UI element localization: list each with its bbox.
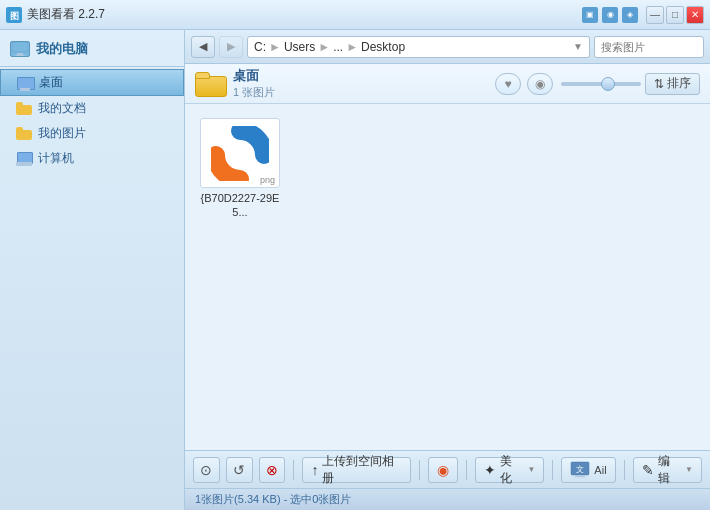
sidebar-label-pictures: 我的图片 (38, 125, 86, 142)
status-text: 1张图片(5.34 KB) - 选中0张图片 (195, 492, 351, 507)
svg-rect-2 (12, 42, 28, 52)
svg-rect-10 (573, 477, 587, 479)
beautify-label: 美化 (500, 453, 522, 487)
file-preview-svg: e (211, 126, 269, 181)
pc-header-icon (10, 41, 30, 57)
upload-label: 上传到空间相册 (322, 453, 402, 487)
folder-name: 桌面 (233, 67, 487, 85)
folder-actions: ♥ ◉ (495, 73, 553, 95)
svg-text:图: 图 (10, 11, 19, 21)
breadcrumb-dropdown-icon[interactable]: ▼ (573, 41, 583, 52)
size-slider-track[interactable] (561, 82, 641, 86)
shirt-icon: ◈ (622, 7, 638, 23)
file-thumbnail: e png (200, 118, 280, 188)
desktop-icon (17, 75, 33, 91)
bottom-toolbar: ⊙ ↺ ⊗ ↑ 上传到空间相册 ◉ ✦ 美化 文 (185, 450, 710, 488)
edit-label: 编辑 (658, 453, 680, 487)
sort-button[interactable]: ⇅ 排序 (645, 73, 700, 95)
close-item-button[interactable]: ⊗ (259, 457, 286, 483)
close-button[interactable]: ✕ (686, 6, 704, 24)
toolbar-separator-2 (419, 460, 420, 480)
folder-info-text: 桌面 1 张图片 (233, 67, 487, 100)
forward-button[interactable]: ▶ (219, 36, 243, 58)
main-container: 我的电脑 桌面 我的文档 我的图片 计算机 ◀ ▶ C: ► Us (0, 30, 710, 510)
toolbar-separator-4 (552, 460, 553, 480)
sidebar-label-computer: 计算机 (38, 150, 74, 167)
sys-icons: ▣ ◉ ◈ (582, 7, 638, 23)
pictures-icon (16, 127, 32, 140)
sort-label: 排序 (667, 75, 691, 92)
file-item[interactable]: e png {B70D2227-29E5... (195, 114, 285, 224)
maximize-button[interactable]: □ (666, 6, 684, 24)
svg-text:e: e (233, 139, 246, 166)
breadcrumb-desktop: Desktop (361, 40, 405, 54)
sep1: ► (269, 40, 281, 54)
minimize-button[interactable]: — (646, 6, 664, 24)
edit-button[interactable]: ✎ 编辑 (633, 457, 702, 483)
sep3: ► (346, 40, 358, 54)
search-box[interactable] (594, 36, 704, 58)
upload-button[interactable]: ↑ 上传到空间相册 (302, 457, 411, 483)
title-bar: 图 美图看看 2.2.7 ▣ ◉ ◈ — □ ✕ (0, 0, 710, 30)
chat-icon: ◉ (602, 7, 618, 23)
nav-bar: ◀ ▶ C: ► Users ► ... ► Desktop ▼ (185, 30, 710, 64)
file-badge: png (258, 175, 277, 185)
beautify-button[interactable]: ✦ 美化 (475, 457, 544, 483)
sort-icon: ⇅ (654, 77, 664, 91)
computer-icon (16, 152, 32, 166)
weibo-icon: ◉ (437, 462, 449, 478)
svg-rect-9 (575, 475, 585, 477)
right-panel: ◀ ▶ C: ► Users ► ... ► Desktop ▼ 桌面 1 张图… (185, 30, 710, 510)
breadcrumb-dots: ... (333, 40, 343, 54)
edit-icon: ✎ (642, 462, 654, 478)
sidebar-label-documents: 我的文档 (38, 100, 86, 117)
breadcrumb-users: Users (284, 40, 315, 54)
monitor-icon: ▣ (582, 7, 598, 23)
sidebar-item-desktop[interactable]: 桌面 (0, 69, 184, 96)
documents-icon (16, 102, 32, 115)
ail-icon: 文 (570, 461, 590, 479)
sidebar-item-pictures[interactable]: 我的图片 (0, 121, 184, 146)
svg-rect-4 (15, 55, 25, 56)
sidebar-divider (0, 66, 184, 67)
back-button[interactable]: ◀ (191, 36, 215, 58)
file-grid: e png {B70D2227-29E5... (185, 104, 710, 450)
sep2: ► (318, 40, 330, 54)
weibo-button[interactable]: ◉ (428, 457, 458, 483)
svg-rect-3 (17, 53, 23, 55)
app-icon: 图 (6, 7, 22, 23)
app-title: 美图看看 2.2.7 (27, 6, 582, 23)
sidebar: 我的电脑 桌面 我的文档 我的图片 计算机 (0, 30, 185, 510)
toolbar-separator-5 (624, 460, 625, 480)
folder-info-icon (195, 72, 225, 96)
search-input[interactable] (601, 41, 697, 53)
sidebar-label-desktop: 桌面 (39, 74, 63, 91)
play-button[interactable]: ⊙ (193, 457, 220, 483)
sort-controls: ⇅ 排序 (561, 73, 700, 95)
file-name: {B70D2227-29E5... (199, 191, 281, 220)
heart-button[interactable]: ♥ (495, 73, 521, 95)
refresh-button[interactable]: ↺ (226, 457, 253, 483)
eye-button[interactable]: ◉ (527, 73, 553, 95)
sidebar-title: 我的电脑 (36, 40, 88, 58)
svg-text:文: 文 (576, 465, 584, 474)
breadcrumb-drive: C: (254, 40, 266, 54)
toolbar-separator-1 (293, 460, 294, 480)
toolbar-separator-3 (466, 460, 467, 480)
ail-icon-btn[interactable]: 文 Ail (561, 457, 615, 483)
sidebar-header: 我的电脑 (0, 34, 184, 64)
sidebar-item-computer[interactable]: 计算机 (0, 146, 184, 171)
folder-info-bar: 桌面 1 张图片 ♥ ◉ ⇅ 排序 (185, 64, 710, 104)
beautify-icon: ✦ (484, 462, 496, 478)
breadcrumb[interactable]: C: ► Users ► ... ► Desktop ▼ (247, 36, 590, 58)
window-controls: — □ ✕ (646, 6, 704, 24)
status-bar: 1张图片(5.34 KB) - 选中0张图片 (185, 488, 710, 510)
ail-label: Ail (594, 464, 606, 476)
folder-count: 1 张图片 (233, 85, 487, 100)
sidebar-item-documents[interactable]: 我的文档 (0, 96, 184, 121)
size-slider-thumb[interactable] (601, 77, 615, 91)
upload-icon: ↑ (311, 462, 318, 478)
